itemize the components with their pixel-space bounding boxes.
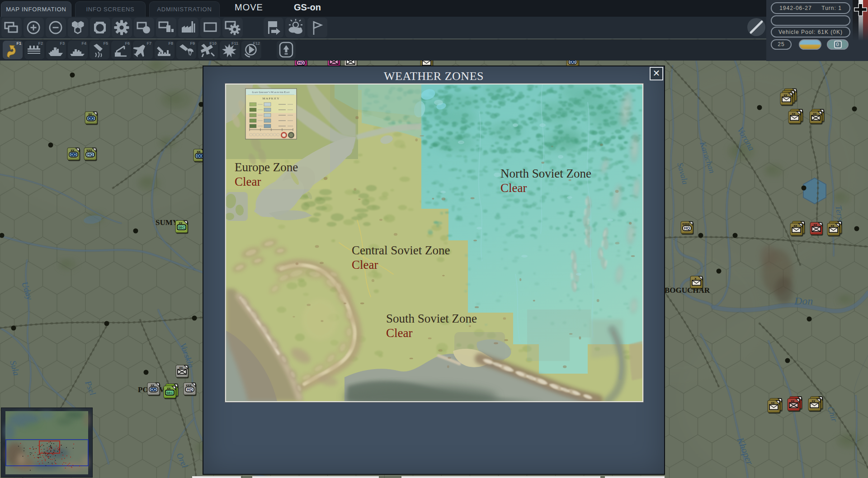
svg-text:xx: xx [830, 224, 835, 228]
svg-text:HQ: HQ [298, 61, 304, 65]
svg-text:xx: xx [813, 223, 817, 227]
svg-text:xx: xx [179, 221, 183, 225]
svg-text:xx: xx [791, 399, 795, 403]
svg-text:HQ: HQ [684, 226, 690, 230]
svg-text:xx: xx [771, 401, 775, 405]
svg-text:xx: xx [813, 112, 817, 116]
svg-text:Don: Don [794, 295, 813, 307]
svg-text:HQ: HQ [87, 152, 94, 157]
svg-text:xx: xx [88, 112, 92, 116]
svg-text:xx: xx [179, 366, 183, 370]
svg-text:PO: PO [138, 385, 149, 394]
svg-text:xx: xx [811, 399, 816, 403]
svg-text:xx: xx [197, 150, 201, 154]
svg-text:xx: xx [793, 224, 797, 228]
svg-text:SUMY: SUMY [156, 218, 178, 227]
svg-text:SEC: SEC [178, 225, 185, 230]
svg-text:BOGUCHAR: BOGUCHAR [665, 286, 710, 295]
svg-text:xxxx: xxxx [682, 222, 690, 226]
svg-text:xxx: xxx [186, 383, 192, 387]
svg-text:xxx: xxx [86, 148, 92, 152]
svg-text:xx: xx [151, 383, 155, 387]
svg-text:xx: xx [792, 112, 796, 116]
svg-text:xx: xx [783, 93, 788, 97]
svg-text:xx: xx [167, 386, 171, 390]
svg-text:HQ: HQ [187, 387, 193, 392]
svg-text:SEC: SEC [166, 391, 174, 395]
svg-text:xx: xx [71, 148, 75, 152]
